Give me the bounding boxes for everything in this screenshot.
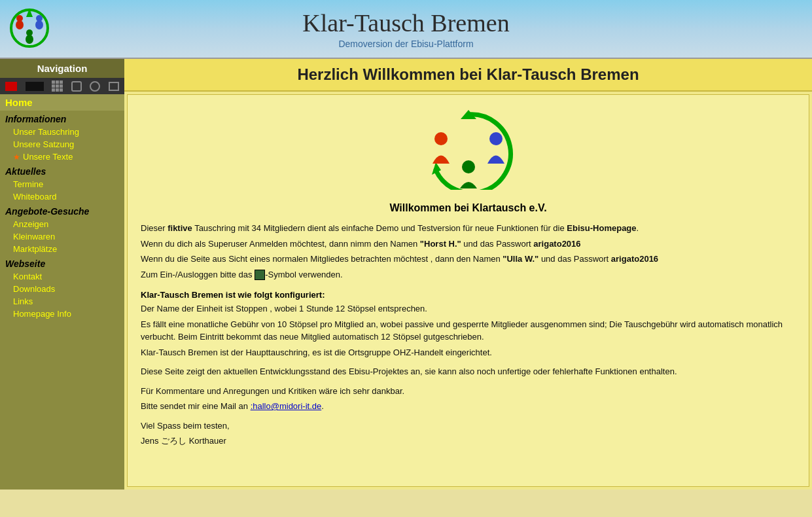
nav-category-informationen: Informationen bbox=[0, 111, 124, 126]
svg-point-4 bbox=[35, 20, 43, 29]
site-title: Klar-Tausch Bremen bbox=[302, 9, 509, 37]
nav-category-webseite: Webseite bbox=[0, 255, 124, 270]
nav-category-aktuelles: Aktuelles bbox=[0, 163, 124, 178]
svg-point-6 bbox=[26, 35, 33, 44]
email-link[interactable]: :hallo@midori-it.de bbox=[251, 401, 322, 411]
config-para1: Der Name der Einheit ist Stoppen , wobei… bbox=[141, 302, 796, 315]
bold-horst: "Horst H." bbox=[420, 239, 461, 249]
nav-category-angebote: Angebote-Gesuche bbox=[0, 203, 124, 218]
nav-home[interactable]: Home bbox=[0, 94, 124, 111]
config-para3: Klar-Tausch Bremen ist der Haupttauschri… bbox=[141, 346, 796, 359]
login-icon bbox=[255, 270, 265, 280]
feedback-para1: Für Kommentare und Anregungen und Kritik… bbox=[141, 385, 796, 398]
svg-point-12 bbox=[462, 160, 475, 173]
header-text: Klar-Tausch Bremen Demoversion der Ebisu… bbox=[302, 9, 509, 49]
nav-item-tauschring[interactable]: Unser Tauschring bbox=[0, 126, 124, 138]
page-header: Klar-Tausch Bremen Demoversion der Ebisu… bbox=[0, 0, 812, 59]
main-layout: Navigation Home Informationen Unser Taus… bbox=[0, 59, 812, 490]
normal-user-para: Wenn du die Seite aus Sicht eines normal… bbox=[141, 253, 796, 266]
sidebar: Navigation Home Informationen Unser Taus… bbox=[0, 59, 124, 490]
nav-icon-black[interactable] bbox=[26, 82, 44, 91]
nav-icon-grid[interactable] bbox=[52, 80, 63, 92]
nav-icon-lock[interactable] bbox=[71, 81, 82, 92]
svg-point-5 bbox=[36, 15, 43, 22]
bold-pw1: arigato2016 bbox=[533, 239, 580, 249]
bold-pw2: arigato2016 bbox=[611, 254, 658, 264]
site-subtitle: Demoversion der Ebisu-Plattform bbox=[302, 39, 509, 49]
bold-ebisu: Ebisu-Homepage bbox=[567, 223, 636, 233]
superuser-para: Wenn du dich als Superuser Anmelden möch… bbox=[141, 238, 796, 251]
nav-icons-bar bbox=[0, 78, 124, 94]
bold-ulla: "Ulla W." bbox=[503, 254, 538, 264]
nav-item-links[interactable]: Links bbox=[0, 295, 124, 308]
svg-point-3 bbox=[16, 15, 23, 22]
nav-item-termine[interactable]: Termine bbox=[0, 178, 124, 190]
nav-icon-menu[interactable] bbox=[109, 82, 119, 91]
closing-para1: Viel Spass beim testen, bbox=[141, 419, 796, 433]
main-area: Herzlich Willkommen bei Klar-Tausch Brem… bbox=[124, 59, 812, 490]
nav-icon-red[interactable] bbox=[5, 82, 17, 91]
nav-item-anzeigen[interactable]: Anzeigen bbox=[0, 218, 124, 230]
note-para: Diese Seite zeigt den aktuellen Entwickl… bbox=[141, 365, 796, 378]
header-logo bbox=[7, 5, 52, 51]
feedback-para2: Bitte sendet mir eine Mail an :hallo@mid… bbox=[141, 400, 796, 413]
svg-point-7 bbox=[26, 29, 33, 36]
svg-point-10 bbox=[434, 132, 448, 145]
nav-item-homepage-info[interactable]: Homepage Info bbox=[0, 308, 124, 320]
center-logo bbox=[141, 105, 796, 192]
svg-point-2 bbox=[16, 20, 24, 29]
nav-item-kontakt[interactable]: Kontakt bbox=[0, 270, 124, 283]
nav-item-texte[interactable]: Unsere Texte bbox=[0, 151, 124, 163]
nav-icon-search[interactable] bbox=[90, 81, 100, 92]
svg-point-11 bbox=[489, 132, 503, 145]
nav-item-whiteboard[interactable]: Whiteboard bbox=[0, 190, 124, 203]
bold-fiktive: fiktive bbox=[168, 223, 192, 233]
nav-item-downloads[interactable]: Downloads bbox=[0, 283, 124, 295]
nav-item-satzung[interactable]: Unsere Satzung bbox=[0, 138, 124, 151]
login-para: Zum Ein-/Ausloggen bitte das -Symbol ver… bbox=[141, 268, 796, 281]
nav-title: Navigation bbox=[0, 59, 124, 78]
intro-paragraph: Dieser fiktive Tauschring mit 34 Mitglie… bbox=[141, 222, 796, 235]
nav-item-kleinwaren[interactable]: Kleinwaren bbox=[0, 230, 124, 243]
welcome-heading: Willkommen bei Klartausch e.V. bbox=[141, 202, 796, 214]
nav-item-marktplaetze[interactable]: Marktplätze bbox=[0, 243, 124, 255]
closing-para2: Jens ごろし Korthauer bbox=[141, 435, 796, 448]
config-para2: Es fällt eine monatliche Gebühr von 10 S… bbox=[141, 318, 796, 344]
main-content: Willkommen bei Klartausch e.V. Dieser fi… bbox=[127, 94, 809, 487]
config-title: Klar-Tausch Bremen ist wie folgt konfigu… bbox=[141, 290, 796, 300]
main-page-title: Herzlich Willkommen bei Klar-Tausch Brem… bbox=[124, 59, 812, 92]
